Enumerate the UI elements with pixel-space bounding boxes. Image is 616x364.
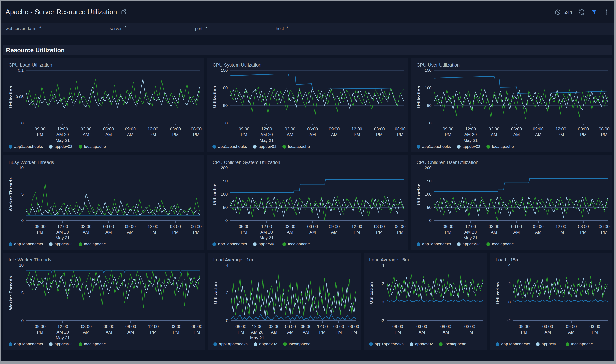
legend-label: app1apacheeks bbox=[218, 144, 247, 149]
legend-item-localapache[interactable]: localapache bbox=[565, 342, 593, 346]
legend-item-appdev02[interactable]: appdev02 bbox=[457, 144, 480, 149]
filter-input-host[interactable] bbox=[292, 26, 345, 32]
legend-item-appdev02[interactable]: appdev02 bbox=[253, 242, 276, 246]
filter-input-webserver_farm[interactable] bbox=[44, 26, 98, 32]
legend-item-localapache[interactable]: localapache bbox=[283, 342, 310, 346]
chart-plot[interactable] bbox=[26, 265, 200, 321]
x-tick-label: 03:00AM bbox=[269, 324, 280, 335]
charts-area: CPU Load UtilizationUtilization00.050.10… bbox=[1, 55, 615, 362]
kebab-menu-icon[interactable] bbox=[604, 9, 609, 15]
y-axis-title: Utilization bbox=[495, 265, 501, 321]
chart-panel: Busy Worker ThreadsWorker Threads051009:… bbox=[3, 156, 204, 250]
y-tick-label: 100 bbox=[221, 192, 228, 197]
legend-item-appdev02[interactable]: appdev02 bbox=[49, 242, 72, 246]
legend-item-app1apacheeks[interactable]: app1apacheeks bbox=[496, 342, 530, 346]
chart-legend: app1apacheeksappdev02localapache bbox=[416, 144, 608, 150]
legend-item-appdev02[interactable]: appdev02 bbox=[536, 342, 559, 346]
x-tick-label: 06:00AM bbox=[103, 324, 114, 335]
x-tick-mark bbox=[63, 321, 63, 323]
chart-panel: Idle Worker ThreadsWorker Threads051009:… bbox=[3, 253, 205, 350]
series-appdev02 bbox=[230, 87, 403, 109]
x-tick-label: 09:00PM bbox=[519, 324, 529, 335]
chart-plot[interactable] bbox=[513, 265, 608, 321]
legend-item-appdev02[interactable]: appdev02 bbox=[254, 342, 277, 346]
chart-legend: app1apacheeksappdev02localapache bbox=[8, 144, 200, 150]
legend-dot bbox=[253, 242, 257, 246]
legend-item-app1apacheeks[interactable]: app1apacheeks bbox=[9, 342, 43, 346]
chart-plot[interactable] bbox=[26, 167, 200, 221]
filter-input-port[interactable] bbox=[210, 26, 264, 32]
x-tick-label: 06:00AM bbox=[285, 324, 296, 335]
chart: Utilization-202409:00PM03:00AM09:00AM03:… bbox=[495, 265, 608, 341]
legend-label: appdev02 bbox=[415, 342, 433, 346]
legend-item-appdev02[interactable]: appdev02 bbox=[49, 342, 72, 346]
legend-item-appdev02[interactable]: appdev02 bbox=[49, 144, 72, 149]
legend-item-localapache[interactable]: localapache bbox=[78, 342, 106, 346]
legend-item-appdev02[interactable]: appdev02 bbox=[253, 144, 276, 149]
legend-item-localapache[interactable]: localapache bbox=[282, 144, 310, 149]
x-tick-label: 12:00PM bbox=[351, 126, 362, 138]
legend-dot bbox=[49, 342, 52, 346]
chart: Worker Threads051009:00PM12:00AM 20May 2… bbox=[8, 265, 200, 341]
x-tick-label: 03:00AM bbox=[542, 324, 553, 335]
chart-panel: Load Average - 5mUtilization-202409:00PM… bbox=[364, 253, 488, 350]
panel-title: Load - 15m bbox=[496, 257, 608, 263]
legend-item-app1apacheeks[interactable]: app1apacheeks bbox=[417, 144, 451, 149]
legend-item-localapache[interactable]: localapache bbox=[78, 144, 106, 149]
time-range-control[interactable]: -24h bbox=[555, 9, 572, 15]
legend-label: localapache bbox=[288, 144, 310, 149]
charts-row-1: CPU Load UtilizationUtilization00.050.10… bbox=[3, 58, 612, 152]
x-tick-mark bbox=[86, 124, 86, 125]
x-tick-label: 03:00PM bbox=[374, 126, 385, 138]
y-axis-title: Utilization bbox=[8, 70, 14, 124]
x-tick-mark bbox=[538, 221, 539, 223]
chart-plot[interactable] bbox=[387, 265, 483, 321]
y-axis-title: Utilization bbox=[213, 265, 218, 321]
legend-item-localapache[interactable]: localapache bbox=[282, 242, 310, 246]
x-tick-label: 12:00PM bbox=[555, 224, 566, 235]
x-tick-label: 06:00PM bbox=[348, 324, 359, 335]
y-tick-labels: 0510 bbox=[14, 265, 26, 321]
legend-label: localapache bbox=[571, 342, 593, 346]
x-tick-mark bbox=[196, 124, 196, 125]
chart-plot[interactable] bbox=[231, 265, 356, 321]
legend-item-app1apacheeks[interactable]: app1apacheeks bbox=[213, 144, 247, 149]
chart-plot[interactable] bbox=[230, 70, 403, 124]
legend-item-app1apacheeks[interactable]: app1apacheeks bbox=[213, 342, 248, 346]
legend-item-app1apacheeks[interactable]: app1apacheeks bbox=[9, 144, 43, 149]
charts-row-3: Idle Worker ThreadsWorker Threads051009:… bbox=[3, 253, 612, 350]
legend-item-app1apacheeks[interactable]: app1apacheeks bbox=[369, 342, 403, 346]
legend-item-appdev02[interactable]: appdev02 bbox=[457, 242, 480, 246]
legend-item-localapache[interactable]: localapache bbox=[78, 242, 106, 246]
refresh-icon[interactable] bbox=[578, 9, 585, 15]
legend-item-app1apacheeks[interactable]: app1apacheeks bbox=[9, 242, 43, 246]
filter-input-server[interactable] bbox=[129, 26, 183, 32]
legend-item-localapache[interactable]: localapache bbox=[486, 242, 514, 246]
legend-item-appdev02[interactable]: appdev02 bbox=[410, 342, 433, 346]
chart-canvas bbox=[26, 265, 200, 321]
legend-dot bbox=[417, 242, 420, 246]
legend-item-localapache[interactable]: localapache bbox=[486, 144, 514, 149]
chart-plot[interactable] bbox=[434, 70, 608, 124]
open-in-new-icon[interactable] bbox=[121, 9, 127, 15]
chart-plot[interactable] bbox=[26, 70, 200, 124]
chart-plot[interactable] bbox=[434, 167, 608, 221]
x-tick-label: 06:00PM bbox=[599, 224, 610, 235]
x-tick-mark bbox=[524, 321, 524, 323]
x-tick-mark bbox=[266, 124, 267, 125]
legend-dot bbox=[410, 342, 413, 346]
legend-item-app1apacheeks[interactable]: app1apacheeks bbox=[213, 242, 247, 246]
chart: Utilization-202409:00PM03:00AM09:00AM03:… bbox=[369, 265, 483, 341]
legend-item-localapache[interactable]: localapache bbox=[439, 342, 466, 346]
y-axis-title: Utilization bbox=[416, 167, 422, 221]
y-axis-title: Worker Threads bbox=[8, 167, 14, 221]
series-localapache bbox=[434, 90, 608, 119]
x-tick-label: 09:00AM bbox=[301, 324, 311, 335]
legend-item-app1apacheeks[interactable]: app1apacheeks bbox=[417, 242, 451, 246]
chart-plot[interactable] bbox=[230, 167, 403, 221]
panel-title: CPU Children System Utilization bbox=[213, 160, 403, 165]
legend-dot bbox=[457, 242, 461, 246]
filter-icon[interactable] bbox=[591, 9, 597, 15]
x-tick-mark bbox=[86, 321, 87, 323]
x-tick-label: 03:00AM bbox=[285, 224, 295, 235]
